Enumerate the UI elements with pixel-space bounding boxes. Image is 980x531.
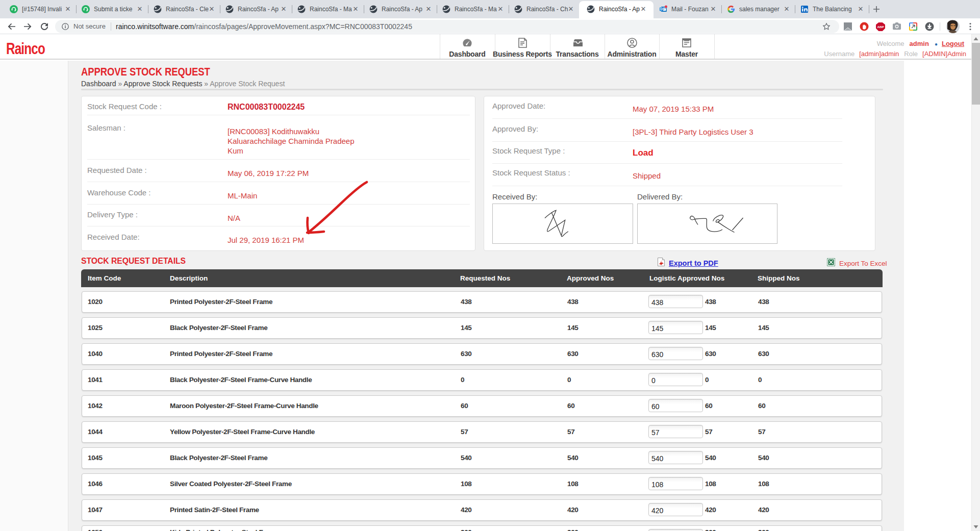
svg-text:ABP: ABP: [877, 25, 884, 29]
svg-text:O: O: [660, 7, 663, 11]
